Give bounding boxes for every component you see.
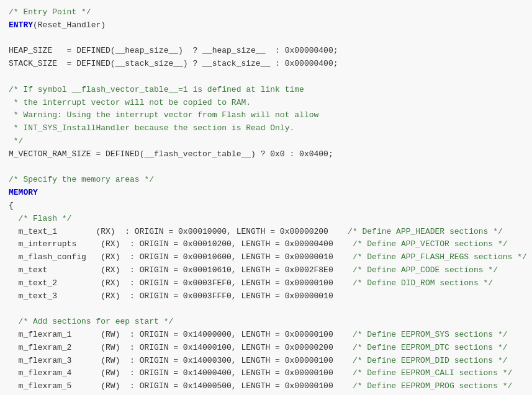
code-line: /* Entry Point */ bbox=[9, 6, 523, 19]
code-line bbox=[9, 161, 523, 174]
code-line: m_text_3 (RX) : ORIGIN = 0x0003FFF0, LEN… bbox=[9, 290, 523, 303]
code-line: * the interrupt vector will not be copie… bbox=[9, 97, 523, 110]
code-line bbox=[9, 32, 523, 45]
code-line: * INT_SYS_InstallHandler because the sec… bbox=[9, 122, 523, 135]
code-line: { bbox=[9, 200, 523, 213]
code-line: MEMORY bbox=[9, 187, 523, 200]
code-line: /* Specify the memory areas */ bbox=[9, 174, 523, 187]
code-container: /* Entry Point */ENTRY(Reset_Handler) HE… bbox=[0, 0, 532, 395]
code-line: m_interrupts (RX) : ORIGIN = 0x00010200,… bbox=[9, 238, 523, 251]
code-line: m_text (RX) : ORIGIN = 0x00010610, LENGT… bbox=[9, 264, 523, 277]
code-lines: /* Entry Point */ENTRY(Reset_Handler) HE… bbox=[9, 6, 523, 395]
code-line: /* If symbol __flash_vector_table__=1 is… bbox=[9, 84, 523, 97]
code-line: * Warning: Using the interrupt vector fr… bbox=[9, 109, 523, 122]
code-line: ENTRY(Reset_Handler) bbox=[9, 19, 523, 32]
code-line: m_flexram_2 (RW) : ORIGIN = 0x14000100, … bbox=[9, 342, 523, 355]
code-line: m_flexram_5 (RW) : ORIGIN = 0x14000500, … bbox=[9, 380, 523, 393]
code-line: /* Flash */ bbox=[9, 213, 523, 226]
code-line: m_text_1 (RX) : ORIGIN = 0x00010000, LEN… bbox=[9, 226, 523, 239]
code-line: m_text_2 (RX) : ORIGIN = 0x0003FEF0, LEN… bbox=[9, 277, 523, 290]
code-line: m_flexram_3 (RW) : ORIGIN = 0x14000300, … bbox=[9, 355, 523, 368]
code-line: */ bbox=[9, 135, 523, 148]
code-line: /* Add sections for eep start */ bbox=[9, 316, 523, 329]
code-line: HEAP_SIZE = DEFINED(__heap_size__) ? __h… bbox=[9, 45, 523, 58]
code-line: m_flexram_4 (RW) : ORIGIN = 0x14000400, … bbox=[9, 367, 523, 380]
code-line bbox=[9, 71, 523, 84]
code-line: STACK_SIZE = DEFINED(__stack_size__) ? _… bbox=[9, 58, 523, 71]
code-line: m_flash_config (RX) : ORIGIN = 0x0001060… bbox=[9, 251, 523, 264]
code-line bbox=[9, 303, 523, 316]
code-line: m_flexram_1 (RW) : ORIGIN = 0x14000000, … bbox=[9, 329, 523, 342]
code-line: M_VECTOR_RAM_SIZE = DEFINED(__flash_vect… bbox=[9, 148, 523, 161]
